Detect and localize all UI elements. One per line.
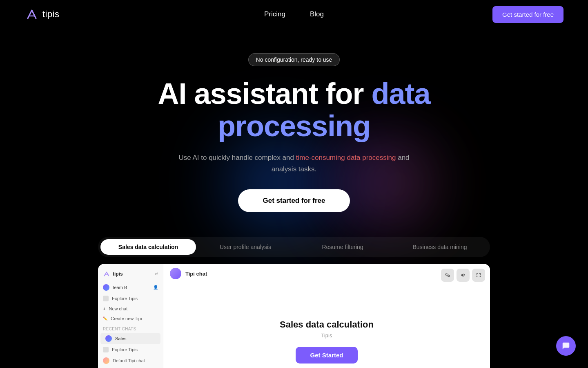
hero-cta-button[interactable]: Get started for free xyxy=(238,189,350,212)
chat-avatar xyxy=(170,268,181,279)
preview-toolbar xyxy=(441,269,485,282)
preview-inner: tipis ⇌ Team B 👤 Explore Tipis + New cha… xyxy=(98,264,490,368)
preview-expand-button[interactable] xyxy=(472,269,485,282)
sidebar-sales-label: Sales xyxy=(115,336,127,341)
subtitle-highlight: time-consuming data processing xyxy=(296,154,396,162)
sidebar-create-tipi[interactable]: ✏️ Create new Tipi xyxy=(98,314,163,323)
compass-icon-2 xyxy=(103,347,109,352)
tab-user-profile[interactable]: User profile analysis xyxy=(198,239,293,255)
sidebar-new-chat[interactable]: + New chat xyxy=(98,304,163,314)
tab-sales-data[interactable]: Sales data calculation xyxy=(100,239,196,255)
tab-resume-filtering[interactable]: Resume filtering xyxy=(295,239,390,255)
sidebar-team-icon: 👤 xyxy=(153,285,158,289)
preview-main-title: Sales data calculation xyxy=(280,319,374,330)
preview-main-sub: Tipis xyxy=(321,332,332,339)
sidebar-team-name: Team B xyxy=(112,285,127,290)
sidebar-create-label: Create new Tipi xyxy=(111,316,142,321)
logo[interactable]: tipis xyxy=(24,7,60,22)
demo-section: Sales data calculation User profile anal… xyxy=(0,220,588,368)
plus-icon: + xyxy=(103,306,105,311)
chat-name: Tipi chat xyxy=(185,271,207,277)
sidebar-explore-label: Explore Tipis xyxy=(112,296,138,301)
sidebar-explore-label-2: Explore Tipis xyxy=(112,347,138,352)
hero-title: AI assistant for data processing xyxy=(110,78,478,142)
sidebar-default-tipi[interactable]: Default Tipi chat xyxy=(98,355,163,366)
navbar: tipis Pricing Blog Get started for free xyxy=(0,0,588,29)
hero-title-start: AI assistant for xyxy=(158,77,371,110)
sidebar-team[interactable]: Team B 👤 xyxy=(98,282,163,293)
sidebar-sales-active[interactable]: Sales xyxy=(100,333,160,344)
nav-cta-button[interactable]: Get started for free xyxy=(492,6,564,23)
nav-links: Pricing Blog xyxy=(264,10,324,18)
preview-sidebar: tipis ⇌ Team B 👤 Explore Tipis + New cha… xyxy=(98,264,163,368)
sidebar-new-chat-label: New chat xyxy=(109,306,127,311)
compass-icon xyxy=(103,296,109,301)
preview-link-button[interactable] xyxy=(441,269,454,282)
tab-business-data[interactable]: Business data mining xyxy=(392,239,488,255)
subtitle-start: Use AI to quickly handle complex and xyxy=(178,154,296,162)
sidebar-brand: tipis ⇌ xyxy=(98,269,163,282)
pencil-icon: ✏️ xyxy=(103,316,107,321)
hero-badge: No configuration, ready to use xyxy=(248,53,340,66)
nav-pricing[interactable]: Pricing xyxy=(264,10,285,18)
sidebar-default-label: Default Tipi chat xyxy=(113,358,145,363)
chat-support-button[interactable] xyxy=(556,336,576,356)
sidebar-explore-2[interactable]: Explore Tipis xyxy=(98,344,163,355)
sidebar-section-label: Recent chats xyxy=(98,323,163,333)
sidebar-brand-text: tipis xyxy=(113,271,123,277)
tabs-bar: Sales data calculation User profile anal… xyxy=(98,237,490,257)
sidebar-explore[interactable]: Explore Tipis xyxy=(98,293,163,304)
sidebar-icon-expand[interactable]: ⇌ xyxy=(155,272,158,276)
default-avatar xyxy=(103,357,109,364)
team-avatar xyxy=(103,284,109,291)
app-preview: tipis ⇌ Team B 👤 Explore Tipis + New cha… xyxy=(98,264,490,368)
preview-get-started-button[interactable]: Get Started xyxy=(296,347,358,364)
sales-avatar xyxy=(105,335,112,342)
preview-mute-button[interactable] xyxy=(457,269,470,282)
hero-subtitle: Use AI to quickly handle complex and tim… xyxy=(172,152,416,174)
nav-blog[interactable]: Blog xyxy=(310,10,324,18)
logo-text: tipis xyxy=(42,9,60,20)
